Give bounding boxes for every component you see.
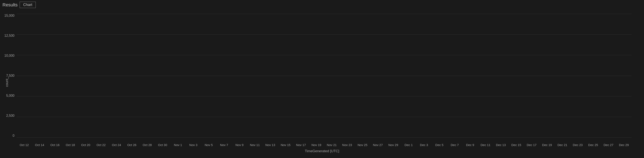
y-axis-label: 5,000 (6, 94, 14, 98)
x-axis-label: Dec 9 (462, 143, 478, 147)
x-axis-label: Nov 11 (247, 143, 262, 147)
x-axis-label: Dec 19 (539, 143, 554, 147)
y-axis: 02,5005,0007,50010,00012,50015,000 (0, 14, 16, 138)
x-axis-label: Nov 5 (201, 143, 216, 147)
y-axis-label: 10,000 (4, 54, 14, 58)
y-axis-label: 2,500 (6, 114, 14, 118)
x-axis-label: Nov 13 (263, 143, 278, 147)
x-axis-label: Dec 15 (508, 143, 524, 147)
x-axis-label: Dec 25 (585, 143, 601, 147)
x-axis-label: Oct 14 (32, 143, 47, 147)
x-axis-label: Nov 25 (355, 143, 370, 147)
x-axis-title: TimeGenerated [UTC] (305, 149, 339, 153)
x-axis-label: Dec 7 (447, 143, 462, 147)
x-axis-label: Nov 19 (309, 143, 324, 147)
x-axis-label: Dec 21 (554, 143, 570, 147)
x-axis-label: Oct 20 (78, 143, 93, 147)
x-axis-label: Dec 3 (416, 143, 432, 147)
x-axis-label: Dec 23 (570, 143, 585, 147)
chart-button[interactable]: Chart (20, 2, 36, 8)
x-axis: Oct 12Oct 14Oct 16Oct 18Oct 20Oct 22Oct … (16, 143, 632, 147)
x-axis-label: Nov 3 (186, 143, 201, 147)
x-axis-label: Oct 22 (93, 143, 108, 147)
x-axis-label: Oct 26 (124, 143, 139, 147)
y-axis-label: 12,500 (4, 34, 14, 37)
x-axis-label: Oct 16 (47, 143, 62, 147)
x-axis-label: Nov 23 (340, 143, 355, 147)
x-axis-label: Oct 28 (140, 143, 155, 147)
x-axis-label: Nov 7 (216, 143, 232, 147)
y-axis-label: 0 (12, 134, 14, 138)
x-axis-label: Nov 1 (170, 143, 186, 147)
x-axis-label: Oct 18 (62, 143, 78, 147)
x-axis-label: Nov 15 (278, 143, 293, 147)
chart-inner (16, 14, 632, 138)
x-axis-label: Oct 12 (16, 143, 32, 147)
x-axis-label: Nov 17 (293, 143, 308, 147)
x-axis-label: Dec 5 (432, 143, 447, 147)
x-axis-label: Dec 13 (493, 143, 508, 147)
x-axis-label: Oct 30 (155, 143, 170, 147)
x-axis-label: Dec 29 (616, 143, 632, 147)
x-axis-label: Nov 27 (370, 143, 386, 147)
x-axis-label: Nov 29 (386, 143, 401, 147)
y-axis-label: 15,000 (4, 14, 14, 17)
x-axis-label: Oct 24 (109, 143, 124, 147)
x-axis-label: Dec 17 (524, 143, 539, 147)
x-axis-label: Dec 27 (601, 143, 616, 147)
chart-area: count_ 02,5005,0007,50010,00012,50015,00… (0, 10, 644, 154)
x-axis-label: Nov 21 (324, 143, 339, 147)
x-axis-label: Nov 9 (232, 143, 247, 147)
bars-container (16, 14, 632, 138)
x-axis-label: Dec 11 (478, 143, 493, 147)
results-label: Results (2, 2, 18, 8)
y-axis-label: 7,500 (6, 74, 14, 78)
x-axis-label: Dec 1 (401, 143, 416, 147)
top-bar: Results Chart (0, 0, 644, 10)
